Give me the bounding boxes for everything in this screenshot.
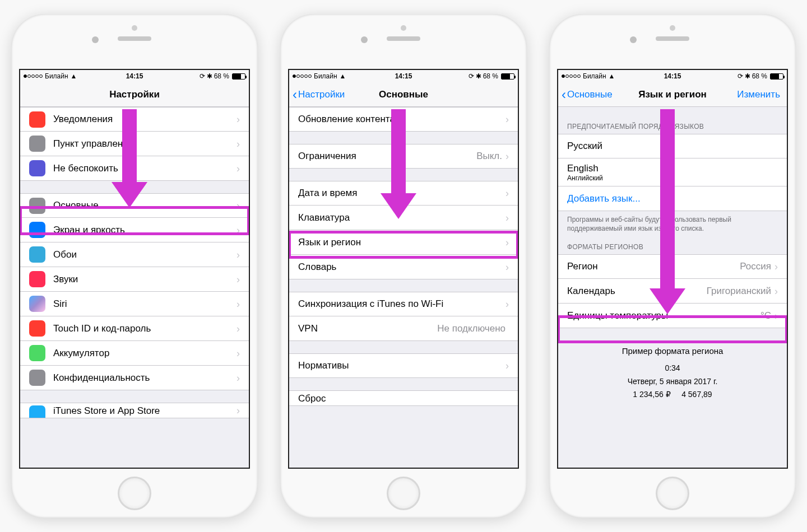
screen-3: Билайн ▲ 14:15 ⟳ ✱ 68 % ‹ Основные Язык … xyxy=(557,69,788,469)
settings-row[interactable]: РегионРоссия› xyxy=(558,254,787,279)
settings-row[interactable]: Аккумулятор› xyxy=(20,341,249,366)
screen-2: Билайн ▲ 14:15 ⟳ ✱ 68 % ‹ Настройки Осно… xyxy=(288,69,519,469)
phone-frame-3: Билайн ▲ 14:15 ⟳ ✱ 68 % ‹ Основные Язык … xyxy=(549,14,796,518)
row-label: Клавиатура xyxy=(298,212,505,223)
row-label: Основные xyxy=(53,200,236,211)
settings-row[interactable]: Пункт управления› xyxy=(20,132,249,156)
chevron-right-icon: › xyxy=(505,151,509,161)
row-label: VPN xyxy=(298,323,437,334)
chevron-right-icon: › xyxy=(236,114,240,124)
screen-1: Билайн ▲ 14:15 ⟳ ✱ 68 % Настройки Уведом… xyxy=(19,69,250,469)
preview-numbers: 1 234,56 ₽ 4 567,89 xyxy=(558,388,787,402)
nav-bar: ‹ Основные Язык и регион Изменить xyxy=(558,82,787,107)
chevron-right-icon: › xyxy=(505,188,509,198)
home-button[interactable] xyxy=(118,477,151,510)
chevron-right-icon: › xyxy=(236,405,240,416)
chevron-right-icon: › xyxy=(774,262,778,272)
settings-row[interactable]: Не беспокоить› xyxy=(20,156,249,181)
row-value: °C xyxy=(760,310,771,321)
row-label: Русский xyxy=(567,141,778,152)
row-label: Единицы температуры xyxy=(567,310,760,321)
settings-row[interactable]: КалендарьГригорианский› xyxy=(558,279,787,304)
speaker-icon xyxy=(29,271,45,287)
settings-row[interactable]: Обои› xyxy=(20,242,249,267)
text-size-icon xyxy=(29,222,45,238)
battery-icon xyxy=(770,73,783,80)
row-label: Добавить язык... xyxy=(567,193,778,204)
row-label: Touch ID и код-пароль xyxy=(53,323,236,334)
settings-row[interactable]: ОграниченияВыкл.› xyxy=(289,144,518,169)
settings-row[interactable]: Обновление контента› xyxy=(289,107,518,132)
row-label: Аккумулятор xyxy=(53,348,236,359)
settings-row[interactable]: iTunes Store и App Store› xyxy=(20,403,249,418)
home-button[interactable] xyxy=(387,477,420,510)
preview-date: Четверг, 5 января 2017 г. xyxy=(558,375,787,389)
settings-row[interactable]: Русский xyxy=(558,134,787,158)
edit-button[interactable]: Изменить xyxy=(737,89,780,100)
formats-header: ФОРМАТЫ РЕГИОНОВ xyxy=(558,240,787,254)
battery-icon xyxy=(232,73,245,80)
chevron-right-icon: › xyxy=(774,286,778,296)
settings-row[interactable]: EnglishАнглийский xyxy=(558,158,787,186)
appstore-icon xyxy=(29,405,45,418)
row-value: Григорианский xyxy=(707,286,771,297)
battery-icon xyxy=(501,73,514,80)
row-label: Нормативы xyxy=(298,360,505,371)
row-label: Экран и яркость xyxy=(53,225,236,236)
settings-row[interactable]: Добавить язык... xyxy=(558,186,787,211)
row-label: Обои xyxy=(53,249,236,260)
bell-icon xyxy=(29,111,45,128)
settings-row[interactable]: Единицы температуры°C› xyxy=(558,304,787,328)
siri-icon xyxy=(29,296,45,312)
fingerprint-icon xyxy=(29,320,45,337)
row-label: Обновление контента xyxy=(298,114,505,125)
row-label: Регион xyxy=(567,261,740,272)
chevron-right-icon: › xyxy=(236,373,240,383)
row-label: Словарь xyxy=(298,262,505,273)
settings-row[interactable]: Синхронизация с iTunes по Wi-Fi› xyxy=(289,292,518,316)
chevron-right-icon: › xyxy=(236,274,240,284)
page-title: Основные xyxy=(289,89,518,100)
settings-row[interactable]: Язык и регион› xyxy=(289,230,518,255)
row-value: Выкл. xyxy=(476,151,502,162)
status-time: 14:15 xyxy=(20,72,249,80)
settings-row[interactable]: Основные› xyxy=(20,193,249,218)
row-label: Конфиденциальность xyxy=(53,372,236,384)
chevron-right-icon: › xyxy=(505,361,509,371)
home-button[interactable] xyxy=(656,477,689,510)
chevron-right-icon: › xyxy=(774,311,778,321)
page-title: Настройки xyxy=(20,89,249,100)
phone-frame-1: Билайн ▲ 14:15 ⟳ ✱ 68 % Настройки Уведом… xyxy=(11,14,258,518)
languages-header: ПРЕДПОЧИТАЕМЫЙ ПОРЯДОК ЯЗЫКОВ xyxy=(558,119,787,134)
status-time: 14:15 xyxy=(558,72,787,80)
settings-row[interactable]: VPNНе подключено xyxy=(289,316,518,341)
row-label: Дата и время xyxy=(298,188,505,199)
status-time: 14:15 xyxy=(289,72,518,80)
status-bar: Билайн ▲ 14:15 ⟳ ✱ 68 % xyxy=(20,70,249,82)
settings-row[interactable]: Уведомления› xyxy=(20,107,249,132)
row-label: Синхронизация с iTunes по Wi-Fi xyxy=(298,298,505,310)
row-label: Пункт управления xyxy=(53,138,236,150)
settings-row[interactable]: Нормативы› xyxy=(289,353,518,378)
settings-row[interactable]: Siri› xyxy=(20,292,249,316)
moon-icon xyxy=(29,160,45,176)
settings-row[interactable]: Звуки› xyxy=(20,267,249,292)
chevron-right-icon: › xyxy=(236,348,240,358)
settings-row[interactable]: Дата и время› xyxy=(289,181,518,206)
switch-icon xyxy=(29,136,45,152)
chevron-right-icon: › xyxy=(236,299,240,309)
chevron-right-icon: › xyxy=(236,139,240,149)
settings-row[interactable]: Клавиатура› xyxy=(289,206,518,230)
settings-row[interactable]: Словарь› xyxy=(289,255,518,279)
row-reset[interactable]: Сброс xyxy=(289,390,518,406)
phone-frame-2: Билайн ▲ 14:15 ⟳ ✱ 68 % ‹ Настройки Осно… xyxy=(280,14,527,518)
settings-row[interactable]: Touch ID и код-пароль› xyxy=(20,316,249,341)
chevron-right-icon: › xyxy=(236,250,240,260)
settings-row[interactable]: Экран и яркость› xyxy=(20,218,249,242)
flower-icon xyxy=(29,246,45,263)
status-bar: Билайн ▲ 14:15 ⟳ ✱ 68 % xyxy=(289,70,518,82)
chevron-right-icon: › xyxy=(236,164,240,174)
row-label: iTunes Store и App Store xyxy=(53,405,236,417)
row-label: Siri xyxy=(53,298,236,310)
settings-row[interactable]: Конфиденциальность› xyxy=(20,366,249,390)
